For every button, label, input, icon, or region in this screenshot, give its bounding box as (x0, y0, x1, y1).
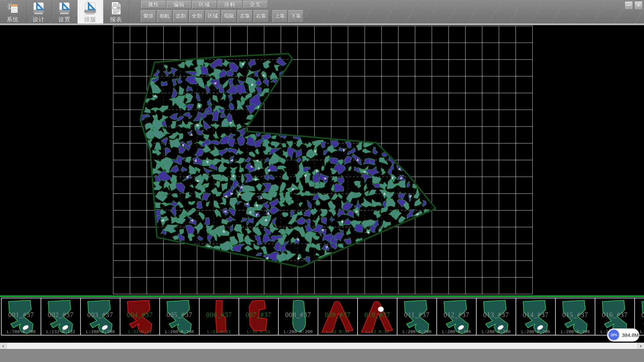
thumbnail-cell[interactable]: 010_#37L:33 R:33 (357, 298, 397, 336)
tab-properties[interactable]: 属性 (141, 1, 166, 9)
module-design[interactable]: 设计 (26, 0, 52, 23)
window-controls: — × (625, 1, 643, 10)
menu-tab-row: 属性编辑区域排料交互 (141, 1, 269, 9)
thumbnail-cell[interactable]: 002_#37L:132 R:132 (41, 298, 81, 336)
tool-snap-left[interactable]: 左靠 (237, 10, 253, 22)
titlebar: 系统 设计 设置 排版 报表 属性编辑区域排料交互 聚排相机选割全割区域瑕疵左靠… (0, 0, 644, 23)
thumbnail-cell[interactable]: 009_#37L:32 R:31 (318, 298, 358, 336)
scroll-left-button[interactable]: ‹ (0, 343, 7, 349)
module-label: 设计 (33, 16, 45, 23)
thumbnail-cell[interactable]: 013_#37L:200 R:200 (476, 298, 516, 336)
report-doc-icon (108, 1, 124, 15)
thumbnail-cell[interactable]: 003_#37L:200 R:200 (80, 298, 120, 336)
module-label: 系统 (7, 16, 19, 23)
tab-edit[interactable]: 编辑 (167, 1, 192, 9)
tool-snap-down[interactable]: 下靠 (288, 10, 304, 22)
piece-shape (318, 298, 357, 335)
memory-value: 384.8M (622, 328, 639, 342)
thumbnail-cell[interactable]: 015_#37L:200 R:200 (555, 298, 595, 336)
piece-shape (279, 298, 318, 335)
piece-shape (200, 298, 238, 335)
thumbnail-cell[interactable]: 005_#37L:200 R:200 (159, 298, 200, 336)
horizontal-scrollbar[interactable]: ‹ › (0, 343, 644, 349)
nesting-canvas[interactable] (0, 25, 644, 296)
module-settings[interactable]: 设置 (52, 0, 77, 23)
tool-camera[interactable]: 相机 (157, 10, 172, 22)
piece-shape (358, 298, 397, 335)
tool-select-cut[interactable]: 选割 (173, 10, 188, 22)
thumbnail-cell[interactable]: 008_#37L:200 R:200 (278, 298, 318, 336)
piece-shape (160, 298, 199, 335)
tab-region[interactable]: 区域 (192, 1, 217, 9)
tool-cluster-nest[interactable]: 聚排 (141, 10, 156, 22)
progress-badge: 38% (608, 329, 620, 341)
close-button[interactable]: × (634, 1, 643, 10)
piece-shape (437, 298, 476, 335)
tool-region[interactable]: 区域 (205, 10, 220, 22)
set-square-icon (83, 1, 98, 15)
system-gear-icon (5, 1, 20, 15)
minimize-button[interactable]: — (625, 1, 633, 10)
thumbnail-cell[interactable]: 007_#37L:31 R:31 (238, 298, 279, 336)
thumbnail-cell[interactable]: 014_#37L:200 R:200 (516, 298, 556, 336)
module-system[interactable]: 系统 (0, 0, 26, 23)
set-square-icon (31, 1, 46, 15)
tool-snap-right[interactable]: 右靠 (254, 10, 269, 22)
piece-thumbnail-strip: 001_#37L:700 R:700002_#37L:132 R:132003_… (0, 296, 644, 336)
piece-shape (120, 298, 159, 335)
memory-status-pill: 38% 384.8M (607, 328, 639, 342)
thumbnail-cell[interactable]: 006_#37L:21 R:21 (199, 298, 239, 336)
set-square-icon (57, 1, 72, 15)
tab-nesting[interactable]: 排料 (218, 1, 243, 9)
module-layout[interactable]: 排版 (77, 0, 103, 23)
tool-button-row: 聚排相机选割全割区域瑕疵左靠右靠上靠下靠 (141, 10, 305, 22)
piece-shape (41, 298, 80, 335)
piece-shape (2, 298, 41, 335)
thumbnail-cell[interactable]: 001_#37L:700 R:700 (1, 298, 41, 336)
tool-cut-all[interactable]: 全割 (189, 10, 204, 22)
piece-shape (477, 298, 516, 335)
module-label: 设置 (58, 16, 70, 23)
piece-shape (397, 298, 436, 335)
scroll-right-button[interactable]: › (637, 343, 644, 349)
piece-shape (556, 298, 595, 335)
tool-defect[interactable]: 瑕疵 (221, 10, 236, 22)
module-label: 报表 (110, 16, 122, 23)
tool-snap-up[interactable]: 上靠 (272, 10, 287, 22)
piece-shape (239, 298, 278, 335)
piece-shape (81, 298, 120, 335)
module-bar: 系统 设计 设置 排版 报表 (0, 0, 129, 23)
piece-shape (516, 298, 555, 335)
window-bottom-bar (0, 349, 644, 362)
module-report[interactable]: 报表 (103, 0, 129, 23)
tab-interact[interactable]: 交互 (243, 1, 268, 9)
thumbnail-cell[interactable]: 004_#37L:31 R:31 (120, 298, 160, 336)
module-label: 排版 (84, 16, 96, 23)
thumbnail-cell[interactable]: 012_#37L:200 R:200 (436, 298, 477, 336)
thumbnail-cell[interactable]: 011_#37L:200 R:200 (397, 298, 437, 336)
